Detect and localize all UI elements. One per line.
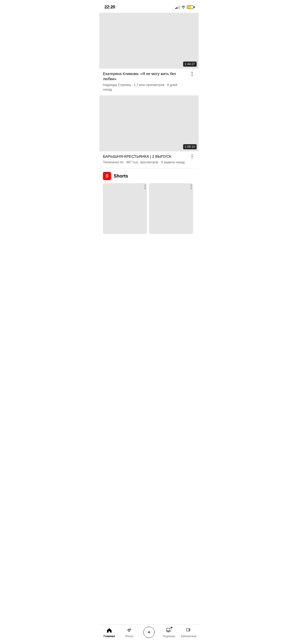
shorts-thumbnails: [99, 183, 199, 234]
video-thumbnail[interactable]: 1:44:27: [99, 13, 199, 69]
wifi-icon: [181, 6, 185, 9]
video-info: Екатерина Климова: «Я не могу жить без л…: [99, 69, 199, 95]
battery-icon: ⚡: [187, 5, 194, 9]
status-bar: 22:20 ⚡: [99, 0, 199, 13]
video-meta: Телеканал Ю · 987 тыс. просмотров · 3 не…: [103, 160, 187, 165]
shorts-header: S Shorts: [99, 172, 199, 183]
video-card[interactable]: 1:44:27 Екатерина Климова: «Я не могу жи…: [99, 13, 199, 95]
video-card[interactable]: 1:09:10 БАРЫШНЯ-КРЕСТЬЯНКА | 2 ВЫПУСК Те…: [99, 95, 199, 168]
signal-icon: [175, 5, 180, 9]
shorts-thumbnail[interactable]: [103, 183, 147, 234]
shorts-logo: S: [103, 172, 111, 180]
status-time: 22:20: [104, 5, 115, 10]
video-title: Екатерина Климова: «Я не могу жить без л…: [103, 71, 187, 82]
video-meta: Надежда Стрелец · 1,7 млн просмотров · 6…: [103, 83, 187, 92]
more-options-button[interactable]: [189, 71, 195, 77]
status-icons: ⚡: [175, 5, 194, 9]
video-thumbnail[interactable]: 1:09:10: [99, 95, 199, 151]
shorts-more-button[interactable]: [191, 185, 192, 189]
video-title: БАРЫШНЯ-КРЕСТЬЯНКА | 2 ВЫПУСК: [103, 154, 187, 159]
video-text: Екатерина Климова: «Я не могу жить без л…: [103, 71, 187, 92]
video-list: 1:44:27 Екатерина Климова: «Я не могу жи…: [99, 13, 199, 168]
video-text: БАРЫШНЯ-КРЕСТЬЯНКА | 2 ВЫПУСК Телеканал …: [103, 154, 187, 165]
shorts-thumbnail[interactable]: [149, 183, 193, 234]
shorts-card[interactable]: [103, 183, 147, 234]
shorts-title: Shorts: [114, 173, 128, 179]
shorts-card[interactable]: [149, 183, 193, 234]
video-duration: 1:09:10: [183, 144, 197, 149]
shorts-more-button[interactable]: [145, 185, 146, 189]
more-options-button[interactable]: [189, 154, 195, 160]
video-info: БАРЫШНЯ-КРЕСТЬЯНКА | 2 ВЫПУСК Телеканал …: [99, 151, 199, 168]
shorts-section: S Shorts: [99, 168, 199, 234]
video-duration: 1:44:27: [183, 62, 197, 67]
